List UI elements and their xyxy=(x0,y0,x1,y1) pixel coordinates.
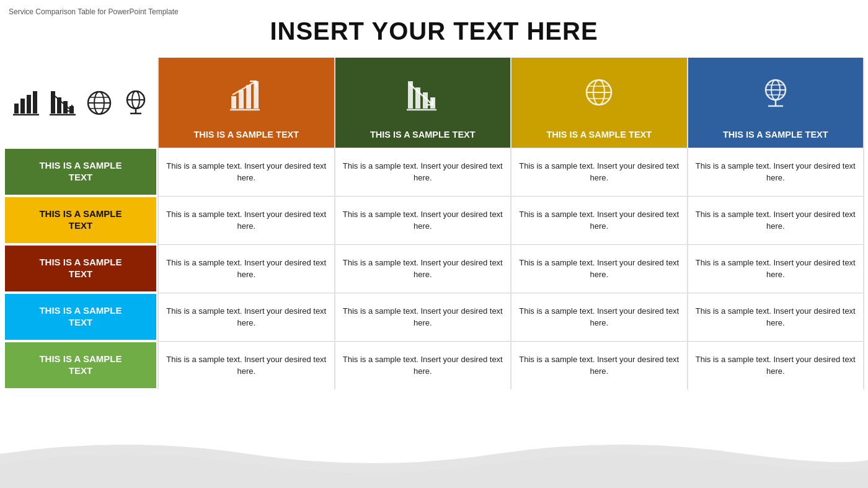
cell-1-1: This is a sample text. Insert your desir… xyxy=(159,148,334,196)
col3-icon xyxy=(580,64,618,126)
col-header-3: THIS IS A SAMPLE TEXT xyxy=(512,58,687,148)
cell-2-2: This is a sample text. Insert your desir… xyxy=(335,196,511,244)
svg-rect-1 xyxy=(20,99,25,113)
row-label-4: THIS IS A SAMPLETEXT xyxy=(4,293,157,341)
row-label-3: THIS IS A SAMPLETEXT xyxy=(4,244,157,293)
svg-rect-0 xyxy=(14,104,19,113)
data-column-4: THIS IS A SAMPLE TEXT This is a sample t… xyxy=(687,58,865,389)
cell-2-4: This is a sample text. Insert your desir… xyxy=(335,293,511,341)
cell-1-3: This is a sample text. Insert your desir… xyxy=(159,244,334,293)
svg-rect-20 xyxy=(231,96,236,109)
bar-chart-icon xyxy=(9,86,43,120)
cell-3-5: This is a sample text. Insert your desir… xyxy=(512,341,687,389)
globe-icon xyxy=(82,86,116,120)
cell-2-1: This is a sample text. Insert your desir… xyxy=(335,148,511,196)
data-column-1: THIS IS A SAMPLE TEXT This is a sample t… xyxy=(157,58,334,389)
col-header-2: THIS IS A SAMPLE TEXT xyxy=(335,58,511,148)
comparison-table: THIS IS A SAMPLETEXT THIS IS A SAMPLETEX… xyxy=(4,58,864,389)
data-column-3: THIS IS A SAMPLE TEXT This is a sample t… xyxy=(510,58,687,389)
row-label-2: THIS IS A SAMPLETEXT xyxy=(4,196,157,244)
cell-4-1: This is a sample text. Insert your desir… xyxy=(688,148,864,196)
col-header-4: THIS IS A SAMPLE TEXT xyxy=(688,58,864,148)
cell-4-3: This is a sample text. Insert your desir… xyxy=(688,244,864,293)
cell-3-3: This is a sample text. Insert your desir… xyxy=(512,244,687,293)
col2-icon xyxy=(404,64,441,126)
data-column-2: THIS IS A SAMPLE TEXT This is a sample t… xyxy=(334,58,511,389)
template-label: Service Comparison Table for PowerPoint … xyxy=(9,7,179,16)
row-label-1: THIS IS A SAMPLETEXT xyxy=(4,148,157,196)
col2-header-text: THIS IS A SAMPLE TEXT xyxy=(370,130,476,140)
svg-rect-3 xyxy=(33,91,37,113)
cell-1-5: This is a sample text. Insert your desir… xyxy=(159,341,334,389)
left-column: THIS IS A SAMPLETEXT THIS IS A SAMPLETEX… xyxy=(4,58,157,389)
svg-rect-21 xyxy=(239,90,244,109)
cell-3-2: This is a sample text. Insert your desir… xyxy=(512,196,687,244)
svg-rect-2 xyxy=(27,95,31,113)
cell-4-5: This is a sample text. Insert your desir… xyxy=(688,341,864,389)
col-header-1: THIS IS A SAMPLE TEXT xyxy=(159,58,334,148)
cell-4-2: This is a sample text. Insert your desir… xyxy=(688,196,864,244)
col3-header-text: THIS IS A SAMPLE TEXT xyxy=(546,130,652,140)
icon-block xyxy=(4,58,157,148)
col1-header-text: THIS IS A SAMPLE TEXT xyxy=(193,130,299,140)
svg-rect-22 xyxy=(246,85,251,109)
col1-icon xyxy=(228,64,265,126)
cell-3-4: This is a sample text. Insert your desir… xyxy=(512,293,687,341)
col4-icon xyxy=(757,64,794,126)
cell-4-4: This is a sample text. Insert your desir… xyxy=(688,293,864,341)
bar-chart-down-icon xyxy=(45,86,79,120)
globe-stand-icon xyxy=(118,86,153,120)
cell-1-2: This is a sample text. Insert your desir… xyxy=(159,196,334,244)
row-label-5: THIS IS A SAMPLETEXT xyxy=(4,341,157,389)
cell-2-5: This is a sample text. Insert your desir… xyxy=(335,341,511,389)
wave-decoration xyxy=(0,429,868,488)
cell-1-4: This is a sample text. Insert your desir… xyxy=(159,293,334,341)
cell-2-3: This is a sample text. Insert your desir… xyxy=(335,244,511,293)
col4-header-text: THIS IS A SAMPLE TEXT xyxy=(723,130,828,140)
cell-3-1: This is a sample text. Insert your desir… xyxy=(512,148,687,196)
